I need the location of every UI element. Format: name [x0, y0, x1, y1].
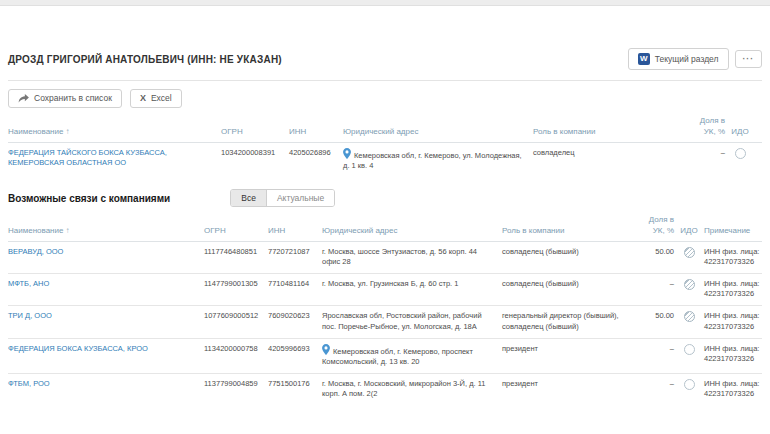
address-value: Кемеровская обл, г. Кемерово, ул. Молоде…: [343, 148, 525, 171]
role-value: генеральный директор (бывший), совладеле…: [502, 311, 626, 331]
inn-value: 4205996693: [268, 344, 314, 354]
inn-value: 7609020623: [268, 311, 314, 321]
inn-value: 7710481164: [268, 279, 314, 289]
col-header-address: Юридический адрес: [322, 226, 494, 237]
ogrn-value: 1137799004859: [204, 379, 260, 389]
share-value: 50.00: [634, 311, 674, 321]
company-link[interactable]: ФТБМ, РОО: [8, 379, 50, 388]
table-row: ФЕДЕРАЦИЯ БОКСА КУЗБАССА, КРОО 113420000…: [8, 338, 762, 373]
companies-table-header: Наименование↑ ОГРН ИНН Юридический адрес…: [8, 108, 762, 143]
col-header-ogrn: ОГРН: [221, 127, 281, 138]
sort-asc-icon[interactable]: ↑: [65, 226, 69, 235]
company-link[interactable]: ТРИ Д, ООО: [8, 311, 52, 320]
ido-indicator[interactable]: [684, 247, 695, 258]
relations-section-header: Возможные связи с компаниями Все Актуаль…: [8, 189, 762, 208]
share-arrow-icon: [18, 94, 29, 103]
excel-icon: X: [140, 94, 146, 103]
note-value: ИНН физ. лица: 422317073326: [704, 247, 762, 267]
page-header: ДРОЗД ГРИГОРИЙ АНАТОЛЬЕВИЧ (ИНН: НЕ УКАЗ…: [8, 48, 762, 70]
excel-export-button[interactable]: X Excel: [130, 89, 182, 108]
map-pin-icon[interactable]: [343, 148, 351, 159]
share-value: –: [634, 379, 674, 389]
ogrn-value: 1117746480851: [204, 247, 260, 257]
col-header-inn: ИНН: [268, 226, 314, 237]
inn-value: 4205026896: [289, 148, 335, 158]
col-header-ido: ИДО: [680, 226, 698, 237]
address-value: г. Москва, ул. Грузинская Б, д. 60 стр. …: [322, 279, 494, 289]
inn-value: 7751500176: [268, 379, 314, 389]
company-link[interactable]: ВЕРАВУД, ООО: [8, 247, 63, 256]
relations-filter-tabs: Все Актуальные: [230, 189, 335, 208]
col-header-role: Роль в компании: [533, 127, 669, 138]
relations-section-title: Возможные связи с компаниями: [8, 193, 170, 204]
company-link[interactable]: МФТБ, АНО: [8, 279, 49, 288]
role-value: президент: [502, 344, 626, 354]
company-link[interactable]: ФЕДЕРАЦИЯ ТАЙСКОГО БОКСА КУЗБАССА, КЕМЕР…: [8, 148, 167, 167]
table-row: ФТБМ, РОО 1137799004859 7751500176 г. Мо…: [8, 373, 762, 405]
ogrn-value: 1147799001305: [204, 279, 260, 289]
page-title: ДРОЗД ГРИГОРИЙ АНАТОЛЬЕВИЧ (ИНН: НЕ УКАЗ…: [8, 54, 282, 65]
more-options-button[interactable]: ···: [735, 50, 763, 69]
actions-toolbar: Сохранить в список X Excel: [8, 89, 762, 108]
col-header-inn: ИНН: [289, 127, 335, 138]
table-row: ТРИ Д, ООО 1077609000512 7609020623 Ярос…: [8, 305, 762, 337]
col-header-ido: ИДО: [731, 127, 749, 138]
save-to-list-label: Сохранить в список: [34, 94, 112, 103]
col-header-share: Доля в УК, %: [677, 116, 725, 138]
note-value: ИНН физ. лица: 422317073326: [704, 279, 762, 299]
col-header-role: Роль в компании: [502, 226, 626, 237]
table-row: ФЕДЕРАЦИЯ ТАЙСКОГО БОКСА КУЗБАССА, КЕМЕР…: [8, 143, 762, 177]
ogrn-value: 1034200008391: [221, 148, 281, 158]
header-divider: [8, 80, 762, 81]
ido-indicator[interactable]: [684, 279, 695, 290]
current-section-label: Текущий раздел: [655, 55, 719, 64]
role-value: совладелец (бывший): [502, 247, 626, 257]
ido-indicator[interactable]: [684, 311, 695, 322]
tab-actual[interactable]: Актуальные: [267, 190, 334, 207]
inn-value: 7720721087: [268, 247, 314, 257]
ellipsis-icon: ···: [743, 55, 755, 64]
relations-table-header: Наименование↑ ОГРН ИНН Юридический адрес…: [8, 207, 762, 242]
share-value: –: [634, 279, 674, 289]
table-row: ВЕРАВУД, ООО 1117746480851 7720721087 г.…: [8, 242, 762, 273]
col-header-name[interactable]: Наименование↑: [8, 226, 196, 237]
address-value: Ярославская обл, Ростовский район, рабоч…: [322, 311, 494, 331]
ido-indicator[interactable]: [684, 379, 695, 390]
role-value: президент: [502, 379, 626, 389]
companies-table: Наименование↑ ОГРН ИНН Юридический адрес…: [8, 108, 762, 177]
map-pin-icon[interactable]: [322, 344, 330, 355]
ido-indicator[interactable]: [735, 148, 746, 159]
tab-all[interactable]: Все: [231, 190, 267, 207]
role-value: совладелец (бывший): [502, 279, 626, 289]
current-section-button[interactable]: W Текущий раздел: [628, 48, 729, 70]
note-value: ИНН физ. лица: 422317073326: [704, 344, 762, 364]
ogrn-value: 1077609000512: [204, 311, 260, 321]
word-icon: W: [638, 53, 650, 65]
share-value: –: [634, 344, 674, 354]
header-actions: W Текущий раздел ···: [628, 48, 762, 70]
ido-indicator[interactable]: [684, 344, 695, 355]
relations-table: Наименование↑ ОГРН ИНН Юридический адрес…: [8, 207, 762, 405]
col-header-note: Примечание: [704, 226, 762, 237]
ogrn-value: 1134200000758: [204, 344, 260, 354]
col-header-address: Юридический адрес: [343, 127, 525, 138]
share-value: –: [677, 148, 725, 158]
address-value: г. Москва, шоссе Энтузиастов, д. 56 корп…: [322, 247, 494, 267]
role-value: совладелец: [533, 148, 669, 158]
table-row: МФТБ, АНО 1147799001305 7710481164 г. Мо…: [8, 273, 762, 305]
share-value: 50.00: [634, 247, 674, 257]
company-link[interactable]: ФЕДЕРАЦИЯ БОКСА КУЗБАССА, КРОО: [8, 344, 148, 353]
note-value: ИНН физ. лица: 422317073326: [704, 311, 762, 331]
save-to-list-button[interactable]: Сохранить в список: [8, 89, 122, 108]
sort-asc-icon[interactable]: ↑: [65, 127, 69, 136]
col-header-share: Доля в УК, %: [634, 215, 674, 237]
excel-label: Excel: [151, 94, 172, 103]
content-area: ДРОЗД ГРИГОРИЙ АНАТОЛЬЕВИЧ (ИНН: НЕ УКАЗ…: [0, 48, 770, 405]
address-value: Кемеровская обл, г. Кемерово, проспект К…: [322, 344, 494, 367]
address-value: г. Москва, г. Московский, микрорайон 3-Й…: [322, 379, 494, 399]
col-header-name[interactable]: Наименование↑: [8, 127, 213, 138]
col-header-ogrn: ОГРН: [204, 226, 260, 237]
note-value: ИНН физ. лица: 422317073326: [704, 379, 762, 399]
top-page-strip: [0, 0, 770, 6]
